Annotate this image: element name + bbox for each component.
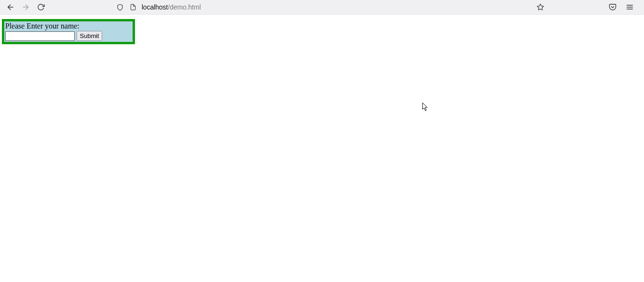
arrow-left-icon bbox=[6, 3, 15, 11]
toolbar-right bbox=[549, 0, 640, 14]
url-text: localhost/demo.html bbox=[142, 3, 201, 11]
mouse-cursor-icon bbox=[422, 102, 429, 112]
svg-marker-2 bbox=[537, 4, 543, 10]
shield-icon bbox=[115, 2, 125, 12]
name-label: Please Enter your name: bbox=[4, 21, 133, 31]
url-path: /demo.html bbox=[168, 3, 201, 11]
arrow-right-icon bbox=[21, 3, 30, 11]
page-content: Please Enter your name: Submit bbox=[0, 15, 644, 49]
page-icon bbox=[128, 2, 138, 12]
url-host: localhost bbox=[142, 3, 168, 11]
bookmark-star-button[interactable] bbox=[536, 2, 545, 12]
pocket-icon bbox=[609, 3, 616, 11]
star-icon bbox=[537, 3, 544, 11]
reload-button[interactable] bbox=[34, 0, 48, 14]
name-input[interactable] bbox=[5, 31, 75, 41]
form-row: Submit bbox=[4, 31, 133, 41]
pocket-button[interactable] bbox=[606, 0, 619, 14]
app-menu-button[interactable] bbox=[623, 0, 636, 14]
browser-toolbar: localhost/demo.html bbox=[0, 0, 644, 15]
back-button[interactable] bbox=[4, 0, 17, 14]
forward-button[interactable] bbox=[19, 0, 32, 14]
submit-button[interactable]: Submit bbox=[77, 31, 102, 41]
name-form: Please Enter your name: Submit bbox=[2, 19, 135, 44]
reload-icon bbox=[37, 3, 45, 11]
hamburger-icon bbox=[626, 3, 634, 11]
address-bar[interactable]: localhost/demo.html bbox=[113, 0, 547, 14]
